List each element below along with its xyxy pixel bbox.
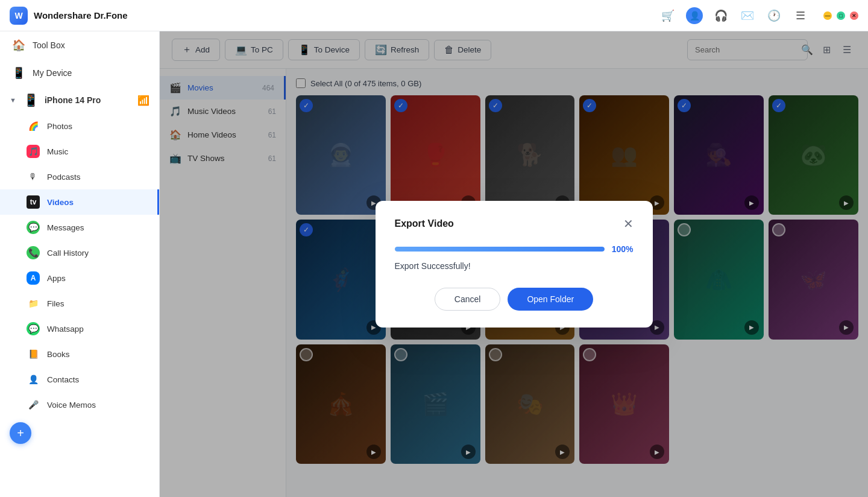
music-icon: 🎵	[27, 145, 40, 158]
sidebar-item-books[interactable]: 📙 Books	[0, 341, 159, 367]
cancel-button[interactable]: Cancel	[435, 288, 501, 311]
sidebar-item-videos[interactable]: tv Videos	[0, 189, 159, 215]
books-label: Books	[47, 350, 70, 359]
mydevice-icon: 📱	[12, 66, 25, 80]
maximize-button[interactable]: □	[837, 11, 845, 20]
headset-icon[interactable]: 🎧	[712, 7, 729, 24]
sidebar-item-photos[interactable]: 🌈 Photos	[0, 113, 159, 139]
progress-track	[395, 247, 605, 252]
podcasts-icon: 🎙	[27, 170, 40, 183]
dialog-overlay: Export Video ✕ 100% Export Successfully!…	[160, 31, 868, 497]
sidebar-item-mydevice[interactable]: 📱 My Device	[0, 59, 159, 87]
dialog-close-button[interactable]: ✕	[623, 218, 634, 230]
voicememos-icon: 🎤	[27, 398, 40, 411]
videos-icon: tv	[27, 195, 40, 209]
messages-icon: 💬	[27, 221, 40, 234]
sidebar-item-whatsapp[interactable]: 💬 Whatsapp	[0, 316, 159, 341]
podcasts-label: Podcasts	[47, 173, 81, 182]
files-icon: 📁	[27, 297, 40, 310]
sidebar-item-apps[interactable]: A Apps	[0, 265, 159, 291]
voicememos-label: Voice Memos	[47, 400, 96, 410]
progress-fill	[395, 247, 605, 252]
sidebar: 🏠 Tool Box 📱 My Device ▼ 📱 iPhone 14 Pro…	[0, 31, 160, 497]
toolbox-label: Tool Box	[33, 40, 65, 50]
progress-row: 100%	[395, 244, 634, 254]
window-controls: — □ ✕	[823, 11, 858, 20]
cart-icon[interactable]: 🛒	[659, 7, 676, 24]
sidebar-item-toolbox[interactable]: 🏠 Tool Box	[0, 31, 159, 59]
app-logo: W	[10, 7, 28, 25]
music-label: Music	[47, 147, 68, 156]
photos-icon: 🌈	[27, 119, 40, 133]
apps-icon: A	[27, 271, 40, 285]
callhistory-icon: 📞	[27, 246, 40, 259]
dialog-buttons: Cancel Open Folder	[395, 288, 634, 311]
whatsapp-label: Whatsapp	[47, 324, 84, 334]
toolbox-icon: 🏠	[12, 39, 25, 52]
files-label: Files	[47, 299, 64, 308]
titlebar-right: 🛒 👤 🎧 ✉️ 🕐 ☰ — □ ✕	[659, 7, 858, 24]
open-folder-button[interactable]: Open Folder	[508, 288, 593, 311]
close-button[interactable]: ✕	[850, 11, 858, 20]
minimize-button[interactable]: —	[823, 11, 832, 20]
device-phone-icon: 📱	[24, 93, 39, 107]
sidebar-item-contacts[interactable]: 👤 Contacts	[0, 367, 159, 392]
app-body: 🏠 Tool Box 📱 My Device ▼ 📱 iPhone 14 Pro…	[0, 31, 868, 497]
mail-icon[interactable]: ✉️	[739, 7, 756, 24]
progress-label: 100%	[612, 244, 634, 254]
app-title: Wondershare Dr.Fone	[34, 10, 128, 21]
videos-label: Videos	[47, 198, 74, 207]
main-content: ＋ Add 💻 To PC 📱 To Device 🔄 Refresh 🗑 De…	[160, 31, 868, 497]
titlebar: W Wondershare Dr.Fone 🛒 👤 🎧 ✉️ 🕐 ☰ — □ ✕	[0, 0, 868, 31]
user-avatar[interactable]: 👤	[686, 7, 703, 24]
sidebar-item-messages[interactable]: 💬 Messages	[0, 215, 159, 240]
whatsapp-icon: 💬	[27, 322, 40, 335]
mydevice-label: My Device	[33, 68, 72, 78]
sidebar-item-podcasts[interactable]: 🎙 Podcasts	[0, 164, 159, 189]
apps-label: Apps	[47, 274, 66, 283]
sidebar-item-voicememos[interactable]: 🎤 Voice Memos	[0, 392, 159, 417]
success-message: Export Successfully!	[395, 261, 634, 271]
titlebar-left: W Wondershare Dr.Fone	[10, 7, 128, 25]
history-icon[interactable]: 🕐	[766, 7, 782, 24]
device-item[interactable]: ▼ 📱 iPhone 14 Pro 📶	[0, 87, 159, 113]
callhistory-label: Call History	[47, 248, 89, 258]
contacts-icon: 👤	[27, 373, 40, 386]
messages-label: Messages	[47, 223, 84, 232]
books-icon: 📙	[27, 347, 40, 361]
dialog-header: Export Video ✕	[395, 218, 634, 230]
sidebar-item-callhistory[interactable]: 📞 Call History	[0, 240, 159, 265]
device-name: iPhone 14 Pro	[45, 95, 101, 105]
photos-label: Photos	[47, 122, 72, 131]
sidebar-item-music[interactable]: 🎵 Music	[0, 139, 159, 164]
menu-icon[interactable]: ☰	[792, 7, 809, 24]
export-dialog: Export Video ✕ 100% Export Successfully!…	[376, 201, 653, 328]
sidebar-item-files[interactable]: 📁 Files	[0, 291, 159, 316]
contacts-label: Contacts	[47, 375, 79, 384]
dialog-title: Export Video	[395, 218, 454, 229]
fab-button[interactable]: +	[10, 422, 31, 444]
wifi-icon: 📶	[137, 95, 149, 106]
